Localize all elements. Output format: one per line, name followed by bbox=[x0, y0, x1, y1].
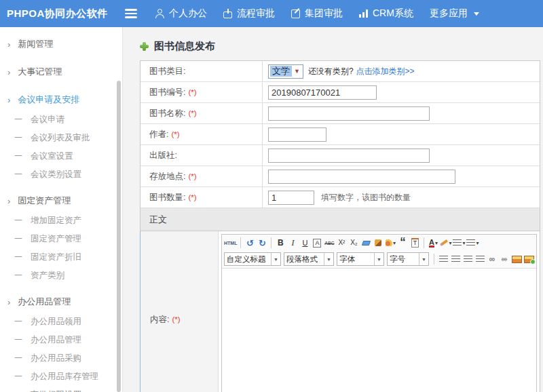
sidebar-subitem-label: 固定资产折旧 bbox=[31, 252, 81, 263]
sidebar-subitem[interactable]: 一审批权限设置 bbox=[0, 386, 122, 392]
sidebar-subitem[interactable]: 一固定资产折旧 bbox=[0, 248, 122, 267]
link-icon[interactable]: ∞ bbox=[487, 252, 498, 266]
label-text: 存放地点: bbox=[149, 171, 185, 182]
main-content: 图书信息发布 图书类目: 文学 ▼ 还没有类别? 点击添加类别>> 图书编号: … bbox=[123, 27, 543, 392]
italic-icon[interactable]: I bbox=[287, 236, 298, 250]
clean-format-icon[interactable] bbox=[373, 236, 383, 250]
sidebar-subitem[interactable]: 一资产类别 bbox=[0, 267, 122, 285]
page-title: 图书信息发布 bbox=[140, 40, 543, 53]
paint-format-icon[interactable]: ▾ bbox=[385, 236, 396, 250]
nav-group-approval[interactable]: 集团审批 bbox=[291, 7, 343, 20]
nav-personal-office[interactable]: 个人办公 bbox=[155, 7, 207, 20]
book-no-input[interactable] bbox=[268, 85, 377, 100]
hamburger-menu-icon[interactable] bbox=[125, 9, 137, 18]
location-input[interactable] bbox=[268, 170, 455, 184]
insert-template-icon[interactable]: T bbox=[409, 236, 420, 250]
sidebar-group-label: 大事记管理 bbox=[18, 66, 62, 78]
category-select[interactable]: 文学 ▼ bbox=[268, 64, 303, 79]
author-input[interactable] bbox=[268, 128, 326, 142]
dropdown-label: 自定义标题 bbox=[225, 254, 268, 264]
sidebar-subitem-label: 办公用品管理 bbox=[31, 334, 81, 346]
sidebar: ›新闻管理›大事记管理›会议申请及安排一会议申请一会议列表及审批一会议室设置一会… bbox=[0, 27, 123, 392]
dropdown-label: 字体 bbox=[337, 254, 357, 264]
toolbar-separator bbox=[240, 237, 241, 248]
dash-icon: 一 bbox=[14, 233, 22, 245]
sidebar-subitem-label: 办公用品库存管理 bbox=[31, 371, 98, 383]
font-family-select[interactable]: 字体▼ bbox=[337, 252, 384, 266]
sidebar-group-label: 固定资产管理 bbox=[18, 195, 71, 207]
editor-content-area[interactable] bbox=[222, 269, 536, 392]
sidebar-group-item[interactable]: ›办公用品管理 bbox=[0, 291, 122, 313]
nav-workflow-approval[interactable]: 流程审批 bbox=[223, 7, 275, 20]
redo-icon[interactable]: ↻ bbox=[257, 236, 267, 250]
book-name-input[interactable] bbox=[268, 106, 430, 121]
underline-icon[interactable]: U bbox=[299, 236, 310, 250]
label-text: 出版社: bbox=[149, 150, 177, 161]
nav-label: 集团审批 bbox=[305, 7, 343, 20]
unlink-icon[interactable]: ∞ bbox=[499, 252, 510, 266]
undo-icon[interactable]: ↺ bbox=[244, 236, 255, 250]
dropdown-label: 段落格式 bbox=[284, 254, 320, 264]
add-category-link[interactable]: 点击添加类别>> bbox=[356, 66, 415, 77]
quantity-input[interactable] bbox=[268, 191, 314, 205]
paragraph-format-select[interactable]: 段落格式▼ bbox=[284, 252, 334, 266]
nav-more-apps[interactable]: 更多应用 bbox=[430, 7, 479, 20]
publisher-input[interactable] bbox=[268, 149, 430, 163]
dash-icon: 一 bbox=[14, 132, 22, 144]
strikethrough-icon[interactable]: ABC bbox=[324, 236, 335, 250]
align-right-icon[interactable] bbox=[462, 252, 473, 266]
form-row-book-no: 图书编号: (*) bbox=[141, 82, 540, 103]
nav-crm-system[interactable]: CRM系统 bbox=[359, 7, 413, 20]
sidebar-subitem[interactable]: 一会议申请 bbox=[0, 111, 122, 129]
font-color-icon[interactable]: A▾ bbox=[428, 236, 438, 250]
sidebar-subitem[interactable]: 一办公用品采购 bbox=[0, 349, 122, 368]
superscript-icon[interactable]: X² bbox=[336, 236, 347, 250]
sidebar-group-item[interactable]: ›固定资产管理 bbox=[0, 190, 122, 212]
chevron-right-icon: › bbox=[7, 40, 10, 49]
blockquote-icon[interactable]: “ bbox=[397, 236, 408, 250]
align-left-icon[interactable] bbox=[438, 252, 449, 266]
upload-image-icon[interactable] bbox=[523, 252, 534, 266]
sidebar-group-label: 办公用品管理 bbox=[18, 296, 71, 308]
subscript-icon[interactable]: X₂ bbox=[348, 236, 359, 250]
body-section-header: 正文 bbox=[141, 208, 540, 231]
sidebar-subitem[interactable]: 一会议列表及审批 bbox=[0, 129, 122, 147]
dash-icon: 一 bbox=[14, 252, 22, 263]
ordered-list-icon[interactable]: ▾ bbox=[453, 236, 465, 250]
chevron-right-icon: › bbox=[7, 197, 10, 205]
font-border-icon[interactable]: A bbox=[312, 236, 322, 250]
unordered-list-icon[interactable]: ▾ bbox=[466, 236, 479, 250]
form-row-category: 图书类目: 文学 ▼ 还没有类别? 点击添加类别>> bbox=[141, 61, 540, 82]
dash-icon: 一 bbox=[14, 215, 22, 227]
sidebar-subitem[interactable]: 一增加固定资产 bbox=[0, 212, 122, 230]
required-marker: (*) bbox=[188, 109, 196, 117]
sidebar-subitem[interactable]: 一办公用品领用 bbox=[0, 313, 122, 331]
align-justify-icon[interactable] bbox=[474, 252, 485, 266]
form-row-location: 存放地点: (*) bbox=[141, 166, 540, 187]
editor-toolbar-row1: HTML↺↻BIUAABCX²X₂▾“TA▾▾▾▾ bbox=[222, 235, 536, 251]
html-source-icon[interactable]: HTML bbox=[224, 236, 237, 250]
align-center-icon[interactable] bbox=[450, 252, 461, 266]
caret-down-icon: ▼ bbox=[374, 253, 383, 265]
nav-label: 个人办公 bbox=[169, 7, 207, 20]
sidebar-subitem[interactable]: 一会议室设置 bbox=[0, 147, 122, 165]
eraser-icon[interactable] bbox=[360, 236, 371, 250]
sidebar-subitem[interactable]: 一固定资产管理 bbox=[0, 230, 122, 248]
highlight-pen-icon[interactable]: ▾ bbox=[440, 236, 451, 250]
sidebar-group-item[interactable]: ›会议申请及安排 bbox=[0, 89, 122, 111]
nav-label: 更多应用 bbox=[430, 7, 468, 20]
sidebar-group-item[interactable]: ›大事记管理 bbox=[0, 61, 122, 83]
dash-icon: 一 bbox=[14, 334, 22, 346]
sidebar-group-item[interactable]: ›新闻管理 bbox=[0, 33, 122, 55]
field-label: 内容: (*) bbox=[141, 231, 219, 392]
bold-icon[interactable]: B bbox=[275, 236, 286, 250]
font-size-select[interactable]: 字号▼ bbox=[387, 252, 429, 266]
sidebar-subitem[interactable]: 一会议类别设置 bbox=[0, 165, 122, 184]
field-label: 作者: (*) bbox=[141, 124, 263, 144]
insert-image-icon[interactable] bbox=[511, 252, 522, 266]
dash-icon: 一 bbox=[14, 270, 22, 281]
custom-title-select[interactable]: 自定义标题▼ bbox=[224, 252, 281, 266]
sidebar-subitem[interactable]: 一办公用品库存管理 bbox=[0, 368, 122, 386]
sidebar-scrollbar[interactable] bbox=[117, 81, 121, 392]
sidebar-subitem[interactable]: 一办公用品管理 bbox=[0, 331, 122, 349]
